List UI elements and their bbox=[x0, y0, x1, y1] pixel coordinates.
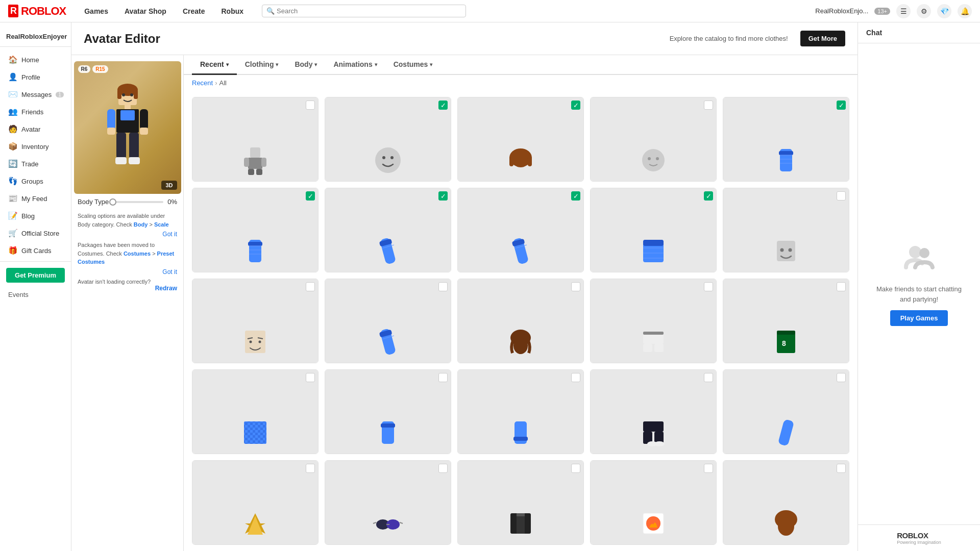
tab-body[interactable]: Body ▾ bbox=[286, 55, 325, 75]
sidebar-divider bbox=[0, 261, 71, 262]
roblox-logo-footer: ROBLOX Powering Imagination bbox=[897, 531, 941, 545]
svg-rect-29 bbox=[528, 156, 532, 166]
item-check: ✓ bbox=[704, 191, 713, 201]
search-icon: 🔍 bbox=[266, 7, 275, 15]
nav-right: RealRobloxEnjo... 13+ ☰ ⚙ 💎 🔔 bbox=[815, 4, 972, 18]
item-check bbox=[438, 373, 448, 382]
breadcrumb-recent[interactable]: Recent bbox=[192, 79, 213, 87]
settings-icon-nav[interactable]: ⚙ bbox=[917, 4, 931, 18]
sidebar-item-friends[interactable]: 👥 Friends bbox=[0, 103, 71, 120]
body-link[interactable]: Body bbox=[134, 221, 148, 228]
item-card[interactable]: ✓Man Right Leg bbox=[723, 97, 849, 182]
item-card[interactable]: ✓Man Left Leg bbox=[192, 188, 318, 272]
item-card[interactable]: Black Jeans with Sneakers bbox=[590, 369, 717, 454]
scale-link[interactable]: Scale bbox=[154, 221, 169, 228]
item-image bbox=[192, 97, 318, 182]
sidebar-label-blog: Blog bbox=[21, 212, 35, 220]
sidebar-username: RealRobloxEnjoyer bbox=[0, 29, 71, 47]
item-card[interactable] bbox=[192, 460, 318, 545]
item-check bbox=[438, 282, 448, 291]
svg-rect-70 bbox=[654, 344, 664, 352]
items-grid: Man✓Smile✓Pal HairRoundy✓Man Right Leg✓M… bbox=[184, 91, 857, 551]
item-card[interactable]: Man bbox=[192, 97, 318, 182]
svg-point-32 bbox=[656, 157, 659, 160]
item-image: ✓ bbox=[591, 188, 716, 272]
avatar-figure bbox=[102, 82, 153, 173]
notifications-icon-nav[interactable]: 🔔 bbox=[958, 4, 972, 18]
3d-button[interactable]: 3D bbox=[161, 181, 177, 190]
got-it-1[interactable]: Got it bbox=[78, 230, 177, 239]
sidebar-item-home[interactable]: 🏠 Home bbox=[0, 51, 71, 68]
sidebar-item-trade[interactable]: 🔄 Trade bbox=[0, 155, 71, 172]
nav-games[interactable]: Games bbox=[78, 5, 114, 17]
item-card[interactable] bbox=[723, 460, 849, 545]
item-card[interactable]: Brown Hair bbox=[457, 279, 584, 363]
item-card[interactable]: ROBLOX Boy Left Arm bbox=[723, 369, 849, 454]
item-card[interactable]: 8Green Jersey bbox=[723, 279, 849, 363]
packages-note: Packages have been moved to Costumes. Ch… bbox=[78, 239, 177, 267]
tab-costumes[interactable]: Costumes ▾ bbox=[385, 55, 441, 75]
chat-friends-icon bbox=[904, 242, 935, 278]
nav-robux[interactable]: Robux bbox=[215, 5, 250, 17]
item-card[interactable]: ✓Smile bbox=[325, 97, 451, 182]
get-more-button[interactable]: Get More bbox=[800, 31, 845, 46]
item-image bbox=[458, 461, 583, 545]
store-icon: 🛒 bbox=[8, 229, 17, 238]
item-card[interactable]: ✓Man Left Arm bbox=[325, 188, 451, 272]
item-card[interactable]: ROBLOX Boy Left Leg bbox=[457, 369, 584, 454]
item-check bbox=[438, 464, 448, 473]
svg-rect-39 bbox=[248, 242, 262, 246]
sidebar-item-events[interactable]: Events bbox=[0, 287, 71, 303]
sidebar-item-inventory[interactable]: 📦 Inventory bbox=[0, 138, 71, 155]
item-card[interactable]: ✓Man Torso bbox=[590, 188, 717, 272]
sidebar-item-avatar[interactable]: 🧑 Avatar bbox=[0, 120, 71, 138]
sidebar-item-groups[interactable]: 👣 Groups bbox=[0, 172, 71, 190]
item-check bbox=[704, 464, 713, 473]
item-card[interactable]: ROBLOX Boy Right Leg bbox=[325, 369, 451, 454]
body-type-slider-track bbox=[113, 201, 163, 203]
item-card[interactable]: Man Head bbox=[723, 188, 849, 272]
item-card[interactable] bbox=[590, 460, 717, 545]
tab-recent[interactable]: Recent ▾ bbox=[192, 55, 237, 75]
svg-rect-9 bbox=[107, 109, 115, 130]
costumes-link[interactable]: Costumes bbox=[124, 251, 151, 257]
search-input[interactable] bbox=[277, 7, 461, 15]
search-bar[interactable]: 🔍 bbox=[262, 5, 466, 17]
svg-point-25 bbox=[390, 156, 394, 159]
item-card[interactable]: Jean Shorts with White bbox=[590, 279, 717, 363]
play-games-button[interactable]: Play Games bbox=[890, 310, 948, 326]
svg-rect-87 bbox=[778, 419, 794, 446]
item-card[interactable]: ROBLOX Boy Right Arm bbox=[325, 279, 451, 363]
item-card[interactable]: Roundy bbox=[590, 97, 717, 182]
sidebar-item-official-store[interactable]: 🛒 Official Store bbox=[0, 224, 71, 242]
item-card[interactable]: ✓Man Right Arm bbox=[457, 188, 584, 272]
sidebar-item-gift-cards[interactable]: 🎁 Gift Cards bbox=[0, 242, 71, 259]
item-check bbox=[837, 464, 846, 473]
item-card[interactable]: ROBLOX Boy Torso bbox=[192, 369, 318, 454]
item-image: ✓ bbox=[325, 97, 451, 182]
got-it-2[interactable]: Got it bbox=[78, 267, 177, 277]
sidebar-item-myfeed[interactable]: 📰 My Feed bbox=[0, 190, 71, 207]
tab-animations[interactable]: Animations ▾ bbox=[325, 55, 385, 75]
tab-clothing[interactable]: Clothing ▾ bbox=[237, 55, 287, 75]
nav-avatar-shop[interactable]: Avatar Shop bbox=[118, 5, 173, 17]
blog-icon: 📝 bbox=[8, 211, 17, 220]
svg-rect-21 bbox=[248, 169, 254, 175]
age-badge: 13+ bbox=[874, 8, 890, 15]
redraw-link[interactable]: Redraw bbox=[78, 285, 177, 292]
body-type-label: Body Type bbox=[78, 198, 109, 206]
gift-icon: 🎁 bbox=[8, 246, 17, 255]
item-image bbox=[591, 97, 716, 182]
item-card[interactable]: Man Face bbox=[192, 279, 318, 363]
sidebar-item-blog[interactable]: 📝 Blog bbox=[0, 207, 71, 224]
get-premium-button[interactable]: Get Premium bbox=[6, 268, 65, 283]
robux-icon-nav[interactable]: 💎 bbox=[937, 4, 951, 18]
sidebar-item-messages[interactable]: ✉️ Messages 1 bbox=[0, 86, 71, 103]
chat-icon-nav[interactable]: ☰ bbox=[896, 4, 911, 18]
sidebar-item-profile[interactable]: 👤 Profile bbox=[0, 68, 71, 86]
item-card[interactable] bbox=[325, 460, 451, 545]
item-card[interactable] bbox=[457, 460, 584, 545]
svg-rect-17 bbox=[250, 147, 260, 158]
nav-create[interactable]: Create bbox=[177, 5, 211, 17]
item-card[interactable]: ✓Pal Hair bbox=[457, 97, 584, 182]
